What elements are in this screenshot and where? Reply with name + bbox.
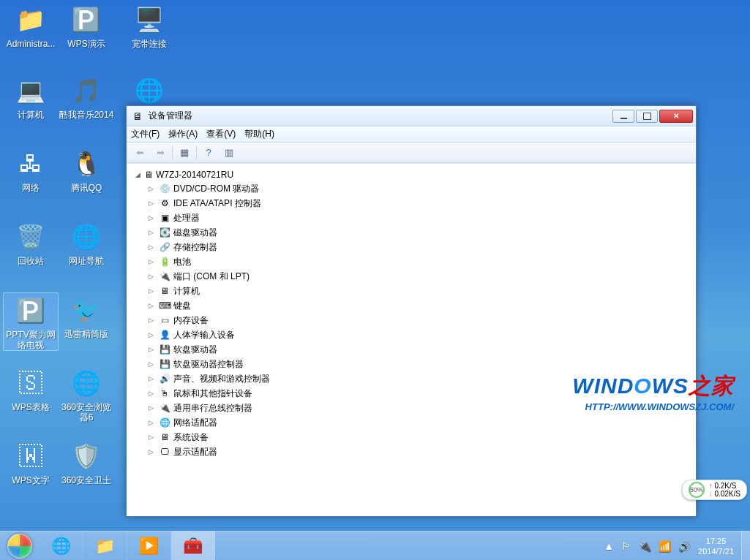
expand-icon[interactable]: ▷	[149, 273, 156, 280]
expand-icon[interactable]: ▷	[149, 258, 156, 265]
desktop-icon[interactable]: 🐧腾讯QQ	[59, 146, 114, 193]
icon-glyph: 🅿️	[69, 2, 104, 37]
date-text: 2014/7/21	[698, 546, 734, 556]
tree-item[interactable]: ▷🔗存储控制器	[134, 240, 689, 254]
device-label: 声音、视频和游戏控制器	[173, 373, 270, 385]
tree-item[interactable]: ▷⚙IDE ATA/ATAPI 控制器	[134, 196, 689, 211]
watermark-url: HTTP://WWW.WINDOWSZJ.COM/	[572, 401, 734, 412]
expand-icon[interactable]: ▷	[149, 331, 156, 338]
tray-arrow-icon[interactable]: ▲	[604, 540, 614, 552]
maximize-button[interactable]	[636, 110, 658, 123]
tree-item[interactable]: ▷🖥计算机	[134, 284, 689, 298]
icon-glyph: 🎵	[69, 73, 104, 108]
desktop-icon[interactable]: 🛡️360安全卫士	[59, 439, 114, 485]
desktop-icon[interactable]: 🇸WPS表格	[3, 366, 59, 412]
tree-root-node[interactable]: ◢ 🖥 W7ZJ-20140721RU	[134, 168, 689, 181]
taskbar-item-explorer[interactable]: 📁	[83, 531, 127, 560]
desktop-icon[interactable]: 🅿️PPTV聚力网络电视	[3, 292, 59, 351]
desktop-icon[interactable]: 🎵酷我音乐2014	[59, 73, 114, 120]
menu-file[interactable]: 文件(F)	[131, 128, 160, 140]
desktop-icon[interactable]: 📁Administra...	[3, 2, 59, 49]
taskbar-item-wmplayer[interactable]: ▶️	[127, 531, 171, 560]
desktop-icon[interactable]: 🌐	[121, 73, 177, 110]
expand-icon[interactable]: ▷	[149, 214, 156, 222]
desktop-icon[interactable]: 🅿️WPS演示	[59, 2, 114, 49]
tree-item[interactable]: ▷👤人体学输入设备	[134, 328, 689, 342]
desktop-icon[interactable]: 🌐360安全浏览器6	[59, 366, 114, 423]
expand-icon[interactable]: ▷	[149, 200, 156, 207]
device-label: 电池	[173, 256, 191, 268]
expand-icon[interactable]: ▷	[149, 287, 156, 295]
titlebar[interactable]: 🖥 设备管理器	[127, 106, 696, 126]
expand-icon[interactable]: ▷	[149, 360, 156, 368]
systray[interactable]: ▲ 🏳 🔌 📶 🔊 17:25 2014/7/21	[596, 536, 741, 556]
minimize-button[interactable]	[612, 110, 634, 123]
expand-icon[interactable]: ▷	[149, 243, 156, 251]
expand-icon[interactable]: ▷	[149, 404, 156, 412]
app-icon: 🖥	[132, 110, 144, 122]
icon-label: 360安全卫士	[59, 475, 114, 485]
device-tree-content[interactable]: ◢ 🖥 W7ZJ-20140721RU ▷💿DVD/CD-ROM 驱动器▷⚙ID…	[127, 163, 696, 516]
menu-action[interactable]: 操作(A)	[168, 128, 198, 140]
desktop-icon[interactable]: 🐦迅雷精简版	[59, 292, 114, 339]
start-button[interactable]	[0, 531, 40, 561]
menu-view[interactable]: 查看(V)	[206, 128, 236, 140]
tree-item[interactable]: ▷💽磁盘驱动器	[134, 225, 689, 240]
device-icon: ⌨	[159, 300, 170, 311]
show-desktop-button[interactable]	[741, 531, 750, 561]
expand-icon[interactable]: ▷	[149, 185, 156, 192]
tree-item[interactable]: ▷💾软盘驱动器控制器	[134, 357, 689, 371]
tree-item[interactable]: ▷🌐网络适配器	[134, 415, 689, 430]
expand-icon[interactable]: ▷	[149, 390, 156, 397]
expand-icon[interactable]: ▷	[149, 317, 156, 324]
volume-icon[interactable]: 🔊	[678, 540, 691, 552]
network-icon[interactable]: 📶	[659, 540, 671, 552]
icon-label: 迅雷精简版	[59, 329, 114, 339]
device-label: 系统设备	[173, 431, 209, 444]
tree-item[interactable]: ▷🔋电池	[134, 254, 689, 269]
device-label: 磁盘驱动器	[173, 227, 217, 239]
view-button[interactable]: ▥	[220, 145, 238, 161]
desktop-icon[interactable]: 🖥️宽带连接	[121, 2, 177, 49]
desktop-icon[interactable]: 🌐网址导航	[59, 219, 114, 266]
taskbar-item-ie[interactable]: 🌐	[40, 531, 83, 560]
icon-glyph: 💻	[13, 73, 48, 108]
taskbar[interactable]: 🌐📁▶️🧰 ▲ 🏳 🔌 📶 🔊 17:25 2014/7/21	[0, 531, 750, 560]
netspeed-widget[interactable]: 50% ↑ 0.2K/S ↓ 0.02K/S	[682, 480, 747, 500]
back-button: ⬅	[131, 145, 149, 161]
expand-icon[interactable]: ▷	[149, 434, 156, 441]
device-manager-window[interactable]: 🖥 设备管理器 文件(F) 操作(A) 查看(V) 帮助(H) ⬅ ➡ ▦ ? …	[126, 105, 697, 517]
menu-help[interactable]: 帮助(H)	[244, 128, 274, 140]
icon-label: WPS表格	[3, 402, 59, 412]
tree-item[interactable]: ▷💾软盘驱动器	[134, 342, 689, 357]
expand-icon[interactable]: ▷	[149, 302, 156, 309]
tree-item[interactable]: ▷🖥系统设备	[134, 430, 689, 444]
collapse-icon[interactable]: ◢	[134, 171, 141, 178]
close-button[interactable]	[659, 110, 693, 123]
expand-icon[interactable]: ▷	[149, 375, 156, 382]
expand-icon[interactable]: ▷	[149, 346, 156, 353]
device-icon: 🔌	[159, 270, 170, 282]
properties-button[interactable]: ▦	[176, 145, 193, 161]
expand-icon[interactable]: ▷	[149, 229, 156, 236]
power-icon[interactable]: 🔌	[639, 540, 651, 552]
help-button[interactable]: ?	[200, 145, 217, 161]
desktop-icon[interactable]: 🖧网络	[3, 146, 59, 193]
taskbar-item-devicemgr[interactable]: 🧰	[171, 531, 215, 560]
desktop-icon[interactable]: 🗑️回收站	[3, 219, 59, 266]
icon-glyph: 🐧	[69, 146, 104, 181]
action-center-icon[interactable]: 🏳	[621, 540, 631, 552]
clock[interactable]: 17:25 2014/7/21	[698, 536, 734, 556]
tree-item[interactable]: ▷🔌端口 (COM 和 LPT)	[134, 269, 689, 284]
expand-icon[interactable]: ▷	[149, 448, 156, 455]
tree-item[interactable]: ▷🖵显示适配器	[134, 444, 689, 459]
watermark-o: O	[634, 374, 651, 398]
tree-item[interactable]: ▷⌨键盘	[134, 298, 689, 313]
desktop-icon[interactable]: 🇼WPS文字	[3, 439, 59, 485]
device-icon: 🔋	[159, 256, 170, 268]
desktop-icon[interactable]: 💻计算机	[3, 73, 59, 120]
tree-item[interactable]: ▷▭内存设备	[134, 313, 689, 328]
expand-icon[interactable]: ▷	[149, 419, 156, 426]
tree-item[interactable]: ▷▣处理器	[134, 211, 689, 225]
tree-item[interactable]: ▷💿DVD/CD-ROM 驱动器	[134, 181, 689, 196]
